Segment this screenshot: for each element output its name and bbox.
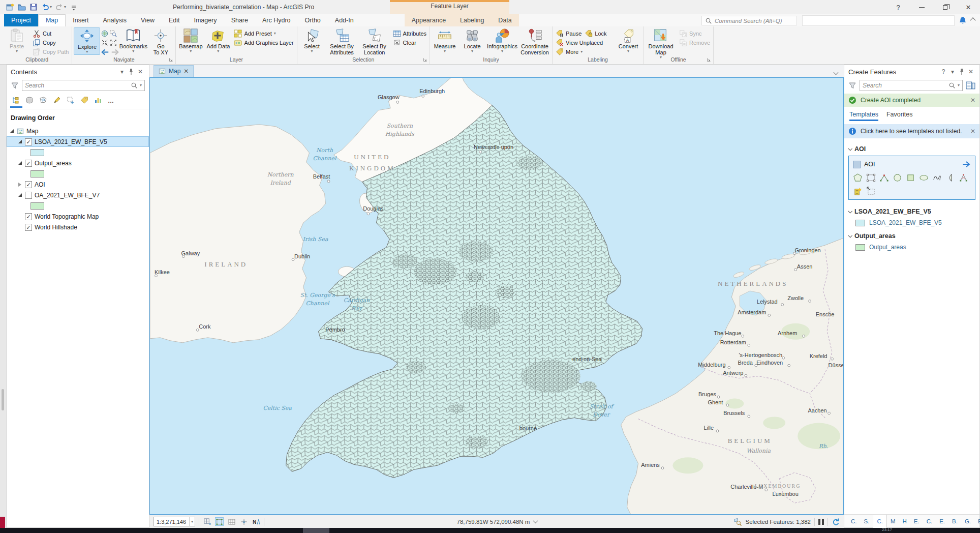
new-template-icon[interactable] — [203, 517, 211, 526]
ribbon-tab-share[interactable]: Share — [224, 14, 255, 26]
close-icon[interactable]: ✕ — [136, 67, 145, 76]
tab-favorites[interactable]: Favorites — [886, 111, 912, 121]
layer-item-lsoa-2021-ew-bfe-v5[interactable]: ✓LSOA_2021_EW_BFE_V5 — [7, 136, 149, 147]
scale-selector[interactable]: 1:3,271,146▾ — [154, 517, 195, 526]
customize-qat-icon[interactable] — [70, 3, 78, 11]
new-project-icon[interactable] — [6, 3, 14, 11]
ribbon-tab-labeling[interactable]: Labeling — [453, 14, 491, 26]
select-button[interactable]: Select▾ — [299, 27, 325, 55]
ribbon-tab-analysis[interactable]: Analysis — [96, 14, 134, 26]
layer-visibility-checkbox[interactable]: ✓ — [25, 213, 32, 220]
dock-tab-0[interactable]: C. — [847, 515, 861, 528]
dock-tab-4[interactable]: H — [899, 515, 910, 528]
list-by-data-source-icon[interactable] — [25, 96, 35, 105]
select-by-attributes-button[interactable]: Select By Attributes — [326, 27, 358, 55]
list-by-editing-icon[interactable] — [53, 96, 62, 105]
legend-swatch[interactable] — [7, 147, 149, 158]
help-icon[interactable]: ? — [939, 67, 948, 76]
layer-item-world-topographic-map[interactable]: ✓World Topographic Map — [7, 211, 149, 222]
basemap-button[interactable]: Basemap▾ — [177, 27, 204, 55]
zoom-to-selected-icon[interactable] — [733, 518, 742, 526]
selection-dialog-launcher[interactable] — [423, 57, 427, 62]
template-tool-sq-icon[interactable] — [906, 173, 915, 183]
restore-button[interactable] — [933, 0, 957, 14]
layer-item-aoi[interactable]: ✓AOI — [7, 179, 149, 190]
close-icon[interactable]: ✕ — [966, 67, 975, 76]
ribbon-tab-insert[interactable]: Insert — [66, 14, 96, 26]
ribbon-tab-data[interactable]: Data — [491, 14, 518, 26]
more-labeling-button[interactable]: More▾ — [554, 47, 614, 56]
dock-tab-5[interactable]: E. — [910, 515, 923, 528]
undo-button[interactable]: ▾ — [41, 3, 52, 11]
pause-labeling-button[interactable]: Pause — [554, 29, 583, 38]
ribbon-tab-project[interactable]: Project — [4, 14, 38, 26]
fixed-zoom-in-icon[interactable] — [101, 39, 108, 46]
download-map-button[interactable]: Download Map▾ — [645, 27, 677, 60]
snapping-toggle-icon[interactable] — [215, 517, 224, 526]
template-tool-ang-icon[interactable] — [959, 173, 968, 183]
filter-icon[interactable] — [848, 81, 856, 90]
locate-button[interactable]: Locate▾ — [459, 27, 485, 55]
map-view-tab[interactable]: Map ✕ — [154, 65, 194, 77]
refresh-icon[interactable] — [832, 518, 840, 526]
contents-menu-icon[interactable]: ▾ — [117, 67, 127, 76]
collapse-ribbon-icon[interactable] — [970, 17, 975, 23]
pin-icon[interactable] — [957, 67, 966, 76]
pause-drawing-icon[interactable] — [818, 519, 824, 525]
template-tool-ell-icon[interactable] — [919, 173, 929, 183]
dock-tab-8[interactable]: B. — [948, 515, 961, 528]
ribbon-tab-ortho[interactable]: Ortho — [298, 14, 328, 26]
crosshair-icon[interactable] — [239, 517, 248, 526]
full-extent-icon[interactable] — [101, 30, 108, 37]
template-tool-free-icon[interactable] — [932, 173, 942, 183]
clear-selection-button[interactable]: Clear — [391, 38, 428, 47]
list-by-charts-icon[interactable] — [94, 96, 103, 105]
cut-button[interactable]: Cut — [31, 29, 70, 38]
dock-tab-6[interactable]: C. — [923, 515, 936, 528]
layer-visibility-checkbox[interactable]: ✓ — [25, 138, 32, 145]
select-by-location-button[interactable]: Select By Location — [359, 27, 390, 55]
ribbon-tab-add-in[interactable]: Add-In — [328, 14, 361, 26]
layer-item-map[interactable]: Map — [7, 126, 149, 136]
section-lsoa[interactable]: LSOA_2021_EW_BFE_V5 — [844, 204, 979, 217]
dock-tab-1[interactable]: S. — [861, 515, 873, 528]
contents-search-input[interactable]: Search ▾ — [22, 80, 145, 91]
next-extent-icon[interactable] — [111, 49, 119, 55]
minimize-button[interactable] — [910, 0, 933, 14]
fixed-zoom-out-icon[interactable] — [110, 39, 117, 46]
close-view-icon[interactable]: ✕ — [183, 68, 189, 75]
template-tool-circ-icon[interactable] — [893, 173, 902, 183]
notification-bell-icon[interactable] — [959, 16, 967, 24]
template-tool-poly-icon[interactable] — [853, 173, 863, 183]
pin-icon[interactable] — [127, 67, 136, 76]
previous-extent-icon[interactable] — [101, 49, 109, 55]
template-tool-half-icon[interactable] — [945, 173, 955, 183]
layer-item-oa-2021-ew-bfe-v7[interactable]: OA_2021_EW_BFE_V7 — [7, 190, 149, 200]
offline-dialog-launcher[interactable] — [707, 57, 711, 62]
legend-swatch[interactable] — [7, 200, 149, 211]
section-aoi[interactable]: AOI — [844, 141, 979, 155]
navigate-dialog-launcher[interactable] — [169, 57, 173, 62]
sync-button[interactable]: Sync — [678, 29, 712, 38]
ribbon-tab-view[interactable]: View — [134, 14, 162, 26]
manage-templates-icon[interactable] — [966, 81, 975, 91]
map-canvas[interactable]: EdinburghGlasgowSouthernHighlandsNewcast… — [149, 77, 844, 515]
command-search[interactable]: Command Search (Alt+Q) — [701, 16, 797, 25]
dismiss-banner-icon[interactable]: ✕ — [970, 97, 975, 104]
dismiss-notice-icon[interactable]: ✕ — [970, 128, 975, 135]
template-item-lsoa[interactable]: LSOA_2021_EW_BFE_V5 — [844, 217, 979, 228]
ribbon-tab-imagery[interactable]: Imagery — [187, 14, 224, 26]
save-icon[interactable] — [29, 3, 38, 11]
ribbon-tab-map[interactable]: Map — [38, 14, 66, 26]
explore-button[interactable]: Explore▾ — [74, 27, 100, 55]
template-item-output-areas[interactable]: Output_areas — [844, 242, 979, 253]
ribbon-tab-edit[interactable]: Edit — [162, 14, 187, 26]
list-by-snapping-icon[interactable] — [67, 96, 76, 105]
template-tool-selr-icon[interactable] — [866, 186, 876, 196]
add-data-button[interactable]: Add Data▾ — [205, 27, 231, 55]
layer-item-world-hillshade[interactable]: ✓World Hillshade — [7, 222, 149, 232]
lock-labels-button[interactable]: Lock — [583, 29, 608, 38]
more-options-icon[interactable]: … — [108, 97, 114, 104]
scrollbar-thumb[interactable] — [2, 389, 4, 410]
remove-button[interactable]: Remove — [678, 38, 712, 47]
